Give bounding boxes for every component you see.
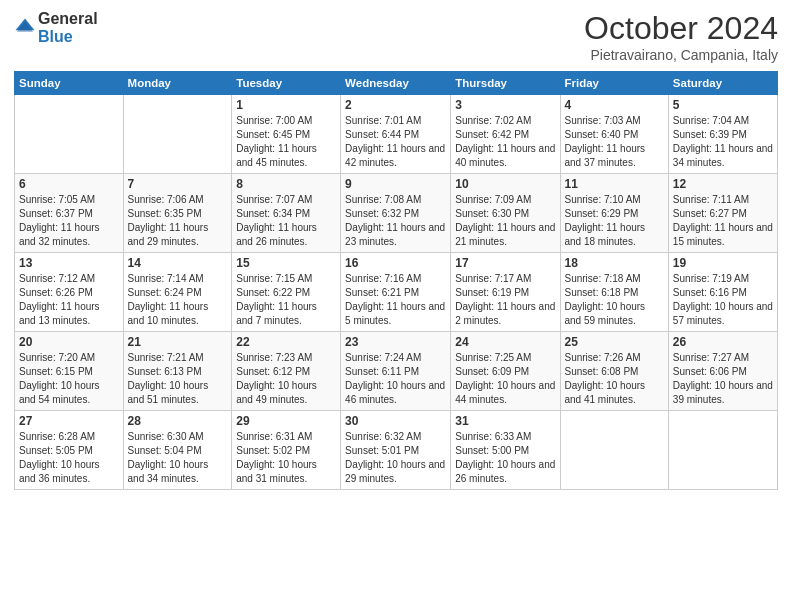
logo: General Blue xyxy=(14,10,98,45)
day-info: Sunrise: 7:18 AMSunset: 6:18 PMDaylight:… xyxy=(565,272,664,328)
day-info: Sunrise: 7:19 AMSunset: 6:16 PMDaylight:… xyxy=(673,272,773,328)
calendar-cell: 26Sunrise: 7:27 AMSunset: 6:06 PMDayligh… xyxy=(668,332,777,411)
day-number: 1 xyxy=(236,98,336,112)
calendar-cell xyxy=(668,411,777,490)
day-info: Sunrise: 7:02 AMSunset: 6:42 PMDaylight:… xyxy=(455,114,555,170)
day-info: Sunrise: 7:03 AMSunset: 6:40 PMDaylight:… xyxy=(565,114,664,170)
day-number: 23 xyxy=(345,335,446,349)
header-thursday: Thursday xyxy=(451,72,560,95)
day-info: Sunrise: 6:32 AMSunset: 5:01 PMDaylight:… xyxy=(345,430,446,486)
day-info: Sunrise: 6:28 AMSunset: 5:05 PMDaylight:… xyxy=(19,430,119,486)
title-block: October 2024 Pietravairano, Campania, It… xyxy=(584,10,778,63)
day-number: 26 xyxy=(673,335,773,349)
logo-icon xyxy=(14,17,36,39)
calendar-cell: 23Sunrise: 7:24 AMSunset: 6:11 PMDayligh… xyxy=(341,332,451,411)
calendar-cell xyxy=(15,95,124,174)
page: General Blue October 2024 Pietravairano,… xyxy=(0,0,792,612)
calendar-cell: 16Sunrise: 7:16 AMSunset: 6:21 PMDayligh… xyxy=(341,253,451,332)
calendar-cell: 8Sunrise: 7:07 AMSunset: 6:34 PMDaylight… xyxy=(232,174,341,253)
calendar-cell: 12Sunrise: 7:11 AMSunset: 6:27 PMDayligh… xyxy=(668,174,777,253)
header-row: Sunday Monday Tuesday Wednesday Thursday… xyxy=(15,72,778,95)
calendar-cell: 17Sunrise: 7:17 AMSunset: 6:19 PMDayligh… xyxy=(451,253,560,332)
day-number: 16 xyxy=(345,256,446,270)
calendar-cell: 30Sunrise: 6:32 AMSunset: 5:01 PMDayligh… xyxy=(341,411,451,490)
day-info: Sunrise: 7:21 AMSunset: 6:13 PMDaylight:… xyxy=(128,351,228,407)
day-info: Sunrise: 7:20 AMSunset: 6:15 PMDaylight:… xyxy=(19,351,119,407)
calendar-cell: 13Sunrise: 7:12 AMSunset: 6:26 PMDayligh… xyxy=(15,253,124,332)
header-friday: Friday xyxy=(560,72,668,95)
day-number: 25 xyxy=(565,335,664,349)
calendar-cell xyxy=(560,411,668,490)
day-number: 29 xyxy=(236,414,336,428)
day-number: 18 xyxy=(565,256,664,270)
day-number: 3 xyxy=(455,98,555,112)
day-info: Sunrise: 7:14 AMSunset: 6:24 PMDaylight:… xyxy=(128,272,228,328)
day-number: 30 xyxy=(345,414,446,428)
header-wednesday: Wednesday xyxy=(341,72,451,95)
day-info: Sunrise: 7:07 AMSunset: 6:34 PMDaylight:… xyxy=(236,193,336,249)
calendar-week-4: 27Sunrise: 6:28 AMSunset: 5:05 PMDayligh… xyxy=(15,411,778,490)
day-info: Sunrise: 7:24 AMSunset: 6:11 PMDaylight:… xyxy=(345,351,446,407)
day-number: 24 xyxy=(455,335,555,349)
day-info: Sunrise: 7:09 AMSunset: 6:30 PMDaylight:… xyxy=(455,193,555,249)
calendar-cell: 10Sunrise: 7:09 AMSunset: 6:30 PMDayligh… xyxy=(451,174,560,253)
calendar-cell: 24Sunrise: 7:25 AMSunset: 6:09 PMDayligh… xyxy=(451,332,560,411)
location: Pietravairano, Campania, Italy xyxy=(584,47,778,63)
day-info: Sunrise: 7:08 AMSunset: 6:32 PMDaylight:… xyxy=(345,193,446,249)
day-number: 7 xyxy=(128,177,228,191)
calendar-cell: 25Sunrise: 7:26 AMSunset: 6:08 PMDayligh… xyxy=(560,332,668,411)
day-number: 19 xyxy=(673,256,773,270)
day-info: Sunrise: 7:27 AMSunset: 6:06 PMDaylight:… xyxy=(673,351,773,407)
calendar-cell: 22Sunrise: 7:23 AMSunset: 6:12 PMDayligh… xyxy=(232,332,341,411)
day-info: Sunrise: 7:17 AMSunset: 6:19 PMDaylight:… xyxy=(455,272,555,328)
day-number: 9 xyxy=(345,177,446,191)
calendar-cell: 19Sunrise: 7:19 AMSunset: 6:16 PMDayligh… xyxy=(668,253,777,332)
day-number: 6 xyxy=(19,177,119,191)
day-info: Sunrise: 7:25 AMSunset: 6:09 PMDaylight:… xyxy=(455,351,555,407)
calendar-cell: 27Sunrise: 6:28 AMSunset: 5:05 PMDayligh… xyxy=(15,411,124,490)
day-info: Sunrise: 7:04 AMSunset: 6:39 PMDaylight:… xyxy=(673,114,773,170)
day-info: Sunrise: 7:11 AMSunset: 6:27 PMDaylight:… xyxy=(673,193,773,249)
day-info: Sunrise: 7:12 AMSunset: 6:26 PMDaylight:… xyxy=(19,272,119,328)
calendar-cell: 21Sunrise: 7:21 AMSunset: 6:13 PMDayligh… xyxy=(123,332,232,411)
calendar-cell: 9Sunrise: 7:08 AMSunset: 6:32 PMDaylight… xyxy=(341,174,451,253)
calendar-cell: 5Sunrise: 7:04 AMSunset: 6:39 PMDaylight… xyxy=(668,95,777,174)
day-info: Sunrise: 7:05 AMSunset: 6:37 PMDaylight:… xyxy=(19,193,119,249)
calendar-cell: 20Sunrise: 7:20 AMSunset: 6:15 PMDayligh… xyxy=(15,332,124,411)
month-title: October 2024 xyxy=(584,10,778,47)
calendar-cell: 28Sunrise: 6:30 AMSunset: 5:04 PMDayligh… xyxy=(123,411,232,490)
calendar-cell: 1Sunrise: 7:00 AMSunset: 6:45 PMDaylight… xyxy=(232,95,341,174)
day-number: 22 xyxy=(236,335,336,349)
day-number: 17 xyxy=(455,256,555,270)
calendar-cell: 3Sunrise: 7:02 AMSunset: 6:42 PMDaylight… xyxy=(451,95,560,174)
day-info: Sunrise: 6:33 AMSunset: 5:00 PMDaylight:… xyxy=(455,430,555,486)
day-info: Sunrise: 7:26 AMSunset: 6:08 PMDaylight:… xyxy=(565,351,664,407)
day-number: 21 xyxy=(128,335,228,349)
calendar-cell: 18Sunrise: 7:18 AMSunset: 6:18 PMDayligh… xyxy=(560,253,668,332)
calendar-week-3: 20Sunrise: 7:20 AMSunset: 6:15 PMDayligh… xyxy=(15,332,778,411)
day-number: 12 xyxy=(673,177,773,191)
day-number: 28 xyxy=(128,414,228,428)
day-number: 14 xyxy=(128,256,228,270)
day-number: 27 xyxy=(19,414,119,428)
day-number: 20 xyxy=(19,335,119,349)
header-saturday: Saturday xyxy=(668,72,777,95)
calendar-cell: 6Sunrise: 7:05 AMSunset: 6:37 PMDaylight… xyxy=(15,174,124,253)
day-info: Sunrise: 7:00 AMSunset: 6:45 PMDaylight:… xyxy=(236,114,336,170)
day-number: 31 xyxy=(455,414,555,428)
header-tuesday: Tuesday xyxy=(232,72,341,95)
day-info: Sunrise: 7:15 AMSunset: 6:22 PMDaylight:… xyxy=(236,272,336,328)
calendar-week-2: 13Sunrise: 7:12 AMSunset: 6:26 PMDayligh… xyxy=(15,253,778,332)
calendar-week-0: 1Sunrise: 7:00 AMSunset: 6:45 PMDaylight… xyxy=(15,95,778,174)
day-info: Sunrise: 7:16 AMSunset: 6:21 PMDaylight:… xyxy=(345,272,446,328)
day-info: Sunrise: 6:30 AMSunset: 5:04 PMDaylight:… xyxy=(128,430,228,486)
day-info: Sunrise: 7:10 AMSunset: 6:29 PMDaylight:… xyxy=(565,193,664,249)
calendar-cell xyxy=(123,95,232,174)
header: General Blue October 2024 Pietravairano,… xyxy=(14,10,778,63)
calendar-cell: 11Sunrise: 7:10 AMSunset: 6:29 PMDayligh… xyxy=(560,174,668,253)
calendar-cell: 29Sunrise: 6:31 AMSunset: 5:02 PMDayligh… xyxy=(232,411,341,490)
calendar-table: Sunday Monday Tuesday Wednesday Thursday… xyxy=(14,71,778,490)
day-info: Sunrise: 6:31 AMSunset: 5:02 PMDaylight:… xyxy=(236,430,336,486)
calendar-cell: 15Sunrise: 7:15 AMSunset: 6:22 PMDayligh… xyxy=(232,253,341,332)
calendar-cell: 7Sunrise: 7:06 AMSunset: 6:35 PMDaylight… xyxy=(123,174,232,253)
